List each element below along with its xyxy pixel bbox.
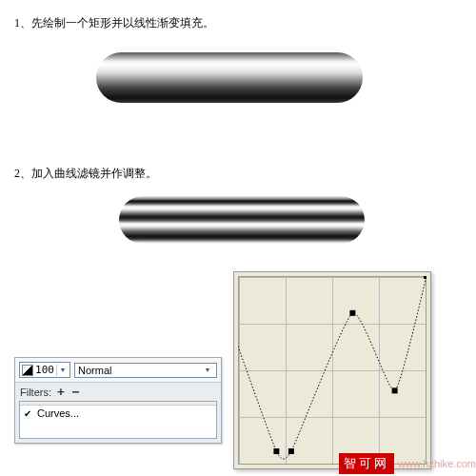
svg-rect-0	[273, 448, 279, 454]
filters-list: ✔ Curves...	[19, 401, 217, 439]
layer-properties-panel: 100 ▾ Normal ▾ Filters: + − ✔ Curves...	[14, 357, 222, 444]
check-icon[interactable]: ✔	[24, 408, 31, 419]
step-2-text: 2、加入曲线滤镜并作调整。	[14, 166, 157, 182]
gradient-tube-2	[119, 196, 365, 244]
step-1-text: 1、先绘制一个矩形并以线性渐变填充。	[14, 15, 214, 31]
blend-mode-value: Normal	[78, 365, 202, 376]
opacity-value[interactable]: 100	[33, 364, 56, 376]
svg-rect-2	[349, 310, 355, 316]
gradient-tube-1	[96, 52, 363, 103]
filter-item-curves[interactable]: ✔ Curves...	[20, 406, 216, 421]
svg-rect-3	[392, 387, 398, 393]
transparency-swatch-icon	[22, 365, 33, 376]
remove-filter-button[interactable]: −	[70, 385, 82, 399]
watermark-url: www.hzhike.com	[394, 458, 476, 469]
opacity-field[interactable]: 100 ▾	[19, 362, 70, 378]
panel-top-row: 100 ▾ Normal ▾	[15, 358, 221, 383]
watermark: 智可网 www.hzhike.com	[339, 453, 476, 474]
curves-graph[interactable]	[233, 271, 431, 469]
opacity-dropdown-icon[interactable]: ▾	[56, 365, 68, 376]
curves-plot	[238, 276, 426, 465]
add-filter-button[interactable]: +	[55, 385, 67, 399]
svg-rect-4	[424, 276, 426, 279]
filters-header-row: Filters: + −	[15, 383, 221, 401]
filter-item-label: Curves...	[37, 407, 79, 419]
blend-mode-select[interactable]: Normal ▾	[74, 363, 217, 378]
svg-rect-1	[288, 448, 294, 454]
watermark-brand: 智可网	[339, 453, 394, 474]
filters-label: Filters:	[20, 387, 51, 398]
chevron-down-icon: ▾	[202, 365, 213, 376]
